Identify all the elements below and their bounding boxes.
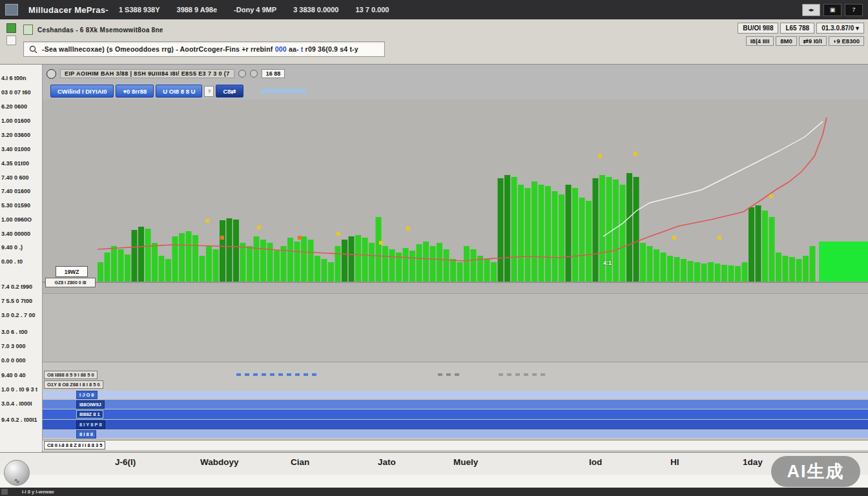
status-chip: [1, 489, 8, 495]
indicator-row[interactable]: I J O 8: [43, 391, 868, 398]
chart-lower-area: [43, 293, 868, 362]
chart-tabbar-text[interactable]: EIP AOIHIM BAH 3/88 | 8SH 9UIII84 I8I/ E…: [60, 69, 234, 78]
order-row1: BU/OI 9II8L65 78801.3.0.87/0 ▾: [738, 23, 864, 34]
chart-canvas[interactable]: 19WZ GZ8 I Z800 0 I8 4:1: [43, 99, 868, 293]
addressbar-text: -Sea walllnecoxae) (s Omeooddoes rrg) - …: [42, 45, 358, 53]
chart-column: EIP AOIHIM BAH 3/88 | 8SH 9UIII84 I8I/ E…: [43, 65, 868, 452]
indicator-dot-icon[interactable]: [238, 70, 246, 78]
price-axis-label: 03 0 07 t60: [1, 89, 31, 96]
time-axis-label: Iod: [589, 457, 602, 467]
document-icon[interactable]: [23, 25, 33, 35]
price-axis-label: 3.40 01000: [1, 146, 30, 152]
indicator-row[interactable]: O1Y 8 O8 Z68 I 8 I 8 5 0: [43, 380, 868, 389]
order-cell[interactable]: 8M0: [776, 36, 796, 46]
window-control-button[interactable]: 7: [845, 4, 863, 16]
time-axis-label: Wabdoyy: [200, 457, 239, 467]
bottom-strip: [0, 475, 868, 488]
window-control-button[interactable]: ▣: [823, 4, 842, 16]
price-axis-label: 1.00 01600: [1, 118, 30, 124]
order-cell[interactable]: 01.3.0.87/0 ▾: [816, 23, 864, 34]
titlebar-stat: -Dony 4 9MP: [234, 6, 276, 14]
price-axis-label: 3.0 6 . t00: [1, 329, 28, 335]
help-button[interactable]: ?: [204, 86, 214, 97]
tick-marks: [236, 373, 317, 376]
price-axis-label: 4.I 6 t00n: [1, 75, 26, 81]
mini-progress-strip: [261, 89, 306, 93]
statusbar: I-I 8 y I-wewae: [0, 488, 868, 496]
chart-button[interactable]: CWilind I DIYIAI0: [50, 85, 114, 98]
order-panel: BU/OI 9II8L65 78801.3.0.87/0 ▾ I8(4 IIII…: [738, 23, 864, 46]
indicator-row[interactable]: I88OIW9J: [43, 400, 868, 409]
new-file-icon[interactable]: [6, 23, 16, 33]
menu-text[interactable]: Ceshandas - 6 8Xk Msemowwit8oa 8ne: [37, 26, 163, 34]
main: 4.I 6 t00n03 0 07 t606.20 06001.00 01600…: [0, 65, 868, 452]
price-axis-label: 9.40 0 40: [1, 372, 26, 378]
price-axis-label: 9.4 0.2 . t00I1: [1, 417, 37, 423]
header: Ceshandas - 6 8Xk Msemowwit8oa 8ne -Sea …: [0, 19, 868, 65]
titlebar-stat: 13 7 0.000: [355, 6, 389, 14]
price-axis-label: 6.20 0600: [1, 103, 27, 110]
search-input[interactable]: -Sea walllnecoxae) (s Omeooddoes rrg) - …: [23, 41, 385, 57]
price-axis-label: 7 5.5 0 7t00: [1, 298, 32, 304]
time-axis-label: J-6(I): [115, 457, 136, 467]
chart-button[interactable]: C8⇄: [216, 85, 243, 98]
titlebar: Milludacer MePras- 1 S388 938Y3988 9 A98…: [0, 0, 868, 19]
price-axis-label: 0.0 0 000: [1, 357, 26, 364]
time-axis-label: Cian: [291, 457, 309, 467]
system-ball-icon[interactable]: ∿: [4, 460, 30, 486]
titlebar-stats: 1 S388 938Y3988 9 A98e-Dony 4 9MP3 3838 …: [119, 6, 389, 14]
price-axis-label: 4.35 01t00: [1, 160, 29, 167]
gutter-icons: [6, 23, 16, 45]
price-axis-label: 7.4 0.2 t990: [1, 284, 32, 290]
order-cell[interactable]: BU/OI 9II8: [738, 23, 778, 34]
indicator-row[interactable]: 8I88Z 8 1: [43, 409, 868, 419]
indicator-label: I88OIW9J: [76, 400, 105, 409]
chart-toolbar: CWilind I DIYIAI0♥0 8rr88U OI8 8 8 U?C8⇄: [43, 83, 868, 99]
indicator-label: C8 II I-8 8 8 Z 8 I I 8 8 3 5: [44, 441, 105, 450]
indicator-row[interactable]: 8 I 8 8: [43, 430, 868, 438]
addressbar-text-part: 000: [275, 45, 287, 53]
price-axis-label: 5.30 01590: [1, 202, 30, 209]
price-axis-label: 0.00 . t0: [1, 258, 23, 265]
time-axis-label: HI: [670, 457, 679, 467]
chart-svg[interactable]: [43, 99, 868, 293]
addressbar-text-part: r09 36(0.9 s4 t-y: [304, 45, 358, 53]
price-tag: 19WZ: [56, 266, 88, 277]
chart-button[interactable]: ♥0 8rr88: [116, 85, 154, 98]
order-cell[interactable]: L65 788: [780, 23, 814, 34]
chart-tabbar-value: 16 88: [262, 69, 285, 78]
order-cell[interactable]: ◗9 E8300: [829, 36, 864, 46]
time-axis-label: 1day: [743, 457, 763, 467]
addressbar-text-part: aa-: [287, 45, 301, 53]
chart-annotation: 4:1: [603, 260, 612, 266]
window-control-button[interactable]: ◂▸: [802, 4, 820, 16]
watermark-ai-generated: AI生成: [771, 456, 860, 487]
status-text: I-I 8 y I-wewae: [22, 489, 54, 495]
indicator-row[interactable]: O8 I888 8 5 9 I 88 5 0: [43, 370, 868, 379]
clock-icon[interactable]: [46, 69, 56, 79]
window-title: Milludacer MePras-: [28, 5, 108, 15]
search-icon: [29, 45, 37, 54]
time-axis-label: Muely: [453, 457, 478, 467]
app-window: Milludacer MePras- 1 S388 938Y3988 9 A98…: [0, 0, 868, 496]
order-cell[interactable]: I8(4 IIII: [746, 36, 774, 46]
price-axis-label: 1.0 0 . t0 9 3 t: [1, 386, 37, 393]
order-cell[interactable]: ⇄9 I0/I: [799, 36, 827, 46]
indicator-row[interactable]: 8 I Y 8 P 8: [43, 420, 868, 429]
indicator-row[interactable]: C8 II I-8 8 8 Z 8 I I 8 8 3 5: [43, 440, 868, 450]
price-axis-label: 7.40 01600: [1, 188, 30, 194]
price-axis-label: 3.0 0.2 . 7 00: [1, 312, 36, 318]
indicator-dot-icon[interactable]: [250, 70, 258, 78]
price-axis: 4.I 6 t00n03 0 07 t606.20 06001.00 01600…: [0, 65, 43, 452]
titlebar-stat: 1 S388 938Y: [119, 6, 160, 14]
chart-button[interactable]: U OI8 8 8 U: [156, 85, 202, 98]
indicator-label: 8I88Z 8 1: [76, 410, 103, 418]
indicator-label: O8 I888 8 5 9 I 88 5 0: [44, 371, 98, 379]
file-icon[interactable]: [6, 36, 16, 45]
order-row2: I8(4 IIII8M0⇄9 I0/I◗9 E8300: [746, 36, 864, 46]
price-axis-label: 3.0.4 . I000I: [1, 400, 32, 407]
wave-glyph: ∿: [14, 477, 19, 485]
window-controls: ◂▸▣7: [802, 4, 863, 16]
time-axis-label: Jato: [378, 457, 396, 467]
indicator-label: 8 I Y 8 P 8: [76, 420, 105, 429]
